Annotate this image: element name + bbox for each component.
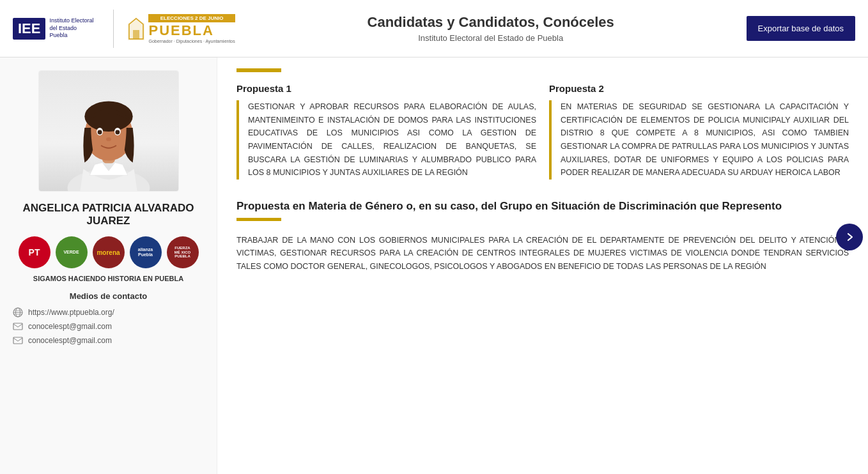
candidate-photo: [38, 70, 179, 192]
iee-logo: IEE Instituto Electoral del EstadoPuebla: [13, 17, 100, 40]
contact-title: Medios de contacto: [13, 291, 204, 301]
puebla-name: PUEBLA: [148, 22, 235, 39]
contact-email2: conocelespt@gmail.com: [13, 335, 204, 346]
page-title: Candidatas y Candidatos, Conóceles: [235, 14, 747, 31]
proposal-2-quote: EN MATERIAS DE SEGURIDAD SE GESTIONARA L…: [549, 100, 849, 180]
party-logo-morena: morena: [93, 236, 125, 268]
proposals-grid: Propuesta 1 GESTIONAR Y APROBAR RECURSOS…: [236, 83, 849, 180]
top-bar: [236, 57, 849, 77]
proposal-1-title: Propuesta 1: [236, 83, 536, 94]
logo-divider: [113, 10, 114, 48]
puebla-subtitle: Gobernador · Diputaciones · Ayuntamiento…: [148, 39, 235, 43]
chevron-right-icon: [844, 231, 855, 243]
export-button[interactable]: Exportar base de datos: [747, 16, 855, 41]
gender-section: Propuesta en Materia de Género o, en su …: [236, 199, 849, 273]
main-layout: ANGELICA PATRICIA ALVARADO JUAREZ PT VER…: [0, 57, 868, 474]
email-icon-2: [13, 335, 23, 346]
proposal-2-title: Propuesta 2: [549, 83, 849, 94]
iee-acronym: IEE: [13, 18, 45, 40]
contact-email2-value: conocelespt@gmail.com: [28, 336, 112, 345]
email-icon-1: [13, 321, 23, 332]
contact-web-value: https://www.ptpuebla.org/: [28, 308, 114, 317]
gold-accent-bar: [236, 68, 281, 72]
iee-full-name: Instituto Electoral del EstadoPuebla: [49, 17, 100, 40]
candidate-image: [39, 70, 178, 192]
svg-rect-18: [13, 323, 22, 330]
proposal-1-block: Propuesta 1 GESTIONAR Y APROBAR RECURSOS…: [236, 83, 536, 180]
proposal-1-quote: GESTIONAR Y APROBAR RECURSOS PARA ELABOR…: [236, 100, 536, 180]
content-area: Propuesta 1 GESTIONAR Y APROBAR RECURSOS…: [217, 57, 868, 474]
candidate-sidebar: ANGELICA PATRICIA ALVARADO JUAREZ PT VER…: [0, 57, 217, 474]
proposal-1-text: GESTIONAR Y APROBAR RECURSOS PARA ELABOR…: [248, 100, 536, 180]
coalition-name: SIGAMOS HACIENDO HISTORIA EN PUEBLA: [33, 275, 183, 282]
svg-rect-2: [133, 30, 139, 39]
proposal-2-text: EN MATERIAS DE SEGURIDAD SE GESTIONARA L…: [561, 100, 849, 180]
puebla-logo: ELECCIONES 2 DE JUNIO PUEBLA Gobernador …: [127, 14, 235, 43]
puebla-election-badge: ELECCIONES 2 DE JUNIO: [148, 14, 235, 22]
party-logo-alianza: alianzaPuebla: [130, 236, 162, 268]
puebla-icon: [127, 16, 146, 42]
scroll-button[interactable]: [836, 224, 863, 250]
contact-section: Medios de contacto https://www.ptpuebla.…: [13, 291, 204, 349]
contact-email1: conocelespt@gmail.com: [13, 321, 204, 332]
page-title-section: Candidatas y Candidatos, Conóceles Insti…: [235, 14, 747, 43]
contact-email1-value: conocelespt@gmail.com: [28, 322, 112, 331]
party-logo-pt: PT: [19, 236, 50, 268]
svg-point-10: [97, 130, 102, 135]
logos-container: IEE Instituto Electoral del EstadoPuebla…: [13, 10, 235, 48]
gender-underline: [236, 218, 281, 221]
party-logo-fmp: FUERZAMÉ XICOPUEBLA: [167, 236, 199, 268]
page-header: IEE Instituto Electoral del EstadoPuebla…: [0, 0, 868, 57]
svg-rect-19: [13, 337, 22, 344]
contact-web: https://www.ptpuebla.org/: [13, 307, 204, 317]
party-logos-container: PT VERDE morena alianzaPuebla FUERZAMÉ X…: [19, 236, 199, 268]
page-subtitle: Instituto Electoral del Estado de Puebla: [235, 33, 747, 43]
svg-point-12: [106, 137, 111, 141]
candidate-name: ANGELICA PATRICIA ALVARADO JUAREZ: [13, 202, 204, 227]
svg-point-11: [115, 130, 120, 135]
party-logo-verde: VERDE: [56, 236, 88, 268]
web-icon: [13, 307, 23, 317]
proposal-2-block: Propuesta 2 EN MATERIAS DE SEGURIDAD SE …: [549, 83, 849, 180]
gender-section-title: Propuesta en Materia de Género o, en su …: [236, 199, 849, 214]
gender-section-text: TRABAJAR DE LA MANO CON LOS GOBIERNOS MU…: [236, 234, 849, 273]
